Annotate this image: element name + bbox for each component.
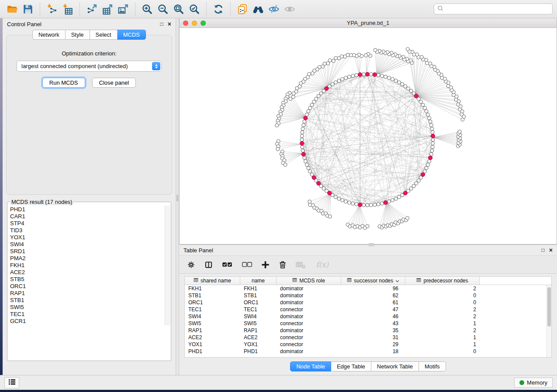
zoom-out-icon[interactable] [155,2,171,17]
horizontal-splitter-grip[interactable] [368,243,374,246]
table-row[interactable]: FKH1FKH1dominator962 [185,285,551,292]
tab-edge-table[interactable]: Edge Table [331,361,371,371]
hide-selected-icon[interactable] [266,2,282,17]
save-session-icon[interactable] [20,2,36,17]
zoom-selected-icon[interactable] [187,2,202,17]
network-graph[interactable] [180,28,557,244]
tab-motifs[interactable]: Motifs [419,361,446,371]
table-cell: 96 [341,285,405,292]
table-row[interactable]: TEC1TEC1connector472 [185,306,551,313]
mcds-result-item[interactable]: FKH1 [10,262,163,269]
tab-network[interactable]: Network [32,30,66,40]
table-cell: YOX1 [185,341,240,347]
mcds-result-item[interactable]: SWI5 [10,304,163,311]
mcds-result-item[interactable]: PMA2 [10,255,163,262]
control-panel-tabs: NetworkStyleSelectMCDS [3,30,176,40]
float-table-panel-icon[interactable]: □ [542,248,545,253]
table-cell: SWI4 [185,313,240,320]
tab-network-table[interactable]: Network Table [371,361,419,371]
mcds-result-item[interactable]: CAR1 [10,213,163,220]
delete-icon[interactable] [279,260,287,269]
select-all-icon[interactable] [222,261,232,268]
show-all-icon[interactable] [282,2,298,17]
table-row[interactable]: SWI5SWI5connector431 [185,320,551,327]
export-image-icon[interactable] [115,2,131,17]
column-header-shared-name[interactable]: shared name [185,277,240,285]
zoom-in-icon[interactable] [139,2,155,17]
mcds-result-item[interactable]: YOX1 [10,234,163,241]
minimize-window-icon[interactable] [192,21,197,26]
splitter-grip[interactable] [176,195,178,202]
mcds-result-item[interactable]: GCR1 [10,318,163,325]
toolbar-separator [230,3,231,16]
table-settings-icon[interactable] [187,261,195,269]
task-history-button[interactable] [4,377,19,389]
mcds-result-item[interactable]: ORC1 [10,283,163,290]
search-box[interactable] [434,3,553,14]
table-row[interactable]: STB1STB1dominator620 [185,292,551,299]
table-cell: TEC1 [240,306,277,313]
column-header-name[interactable]: name [240,277,277,285]
table-row[interactable]: PHD1PHD1dominator180 [185,348,551,355]
tab-mcds[interactable]: MCDS [118,30,146,40]
close-panel-button[interactable]: Close panel [92,78,136,88]
close-table-panel-icon[interactable]: × [549,247,553,253]
tab-node-table[interactable]: Node Table [290,361,331,371]
search-input[interactable] [446,6,549,12]
table-panel-tabs: Node TableEdge TableNetwork TableMotifs [290,361,446,371]
table-cell: 62 [341,292,405,299]
column-header-successor-nodes[interactable]: successor nodes [341,277,405,285]
mcds-result-item[interactable]: SWI4 [10,241,163,248]
delete-table-icon[interactable] [296,261,306,268]
mcds-result-item[interactable]: STB5 [10,276,163,283]
table-cell: connector [277,341,341,347]
zoom-fit-icon[interactable] [171,2,187,17]
find-neighbors-icon[interactable] [250,2,266,17]
import-table-icon[interactable] [60,2,76,17]
table-row[interactable]: ACE2ACE2connector311 [185,334,551,341]
open-file-icon[interactable] [4,2,20,17]
table-row[interactable]: ORC1ORC1dominator610 [185,299,551,306]
vertical-splitter[interactable] [176,18,179,375]
table-cell: dominator [277,285,341,292]
refresh-layout-icon[interactable] [211,2,226,17]
run-mcds-button[interactable]: Run MCDS [42,78,85,88]
network-canvas[interactable] [180,28,557,244]
add-icon[interactable] [261,261,270,269]
mcds-result-item[interactable]: TID3 [10,227,163,234]
function-icon[interactable]: f(x) [315,260,330,269]
close-panel-icon[interactable]: × [168,21,171,27]
export-network-icon[interactable] [84,2,100,17]
close-window-icon[interactable] [183,21,188,26]
network-from-selection-icon[interactable] [235,2,250,17]
mcds-list-scrollbar[interactable] [165,206,170,325]
table-cell: 0 [405,292,480,299]
float-panel-icon[interactable]: □ [160,21,163,27]
import-network-icon[interactable] [44,2,60,17]
deselect-all-icon[interactable] [242,261,252,268]
mcds-result-list: PHD1CAR1STP4TID3YOX1SWI4SRD1PMA2FKH1ACE2… [8,206,165,325]
criterion-dropdown[interactable]: largest connected component (undirected) [17,61,162,72]
status-bar: Memory [0,375,557,390]
mcds-result-item[interactable]: ACE2 [10,269,163,276]
mcds-result-item[interactable]: PHD1 [10,206,163,213]
mcds-result-item[interactable]: STB1 [10,297,163,304]
table-cell: STB1 [240,292,277,299]
mcds-result-item[interactable]: RAP1 [10,290,163,297]
mcds-result-item[interactable]: TEC1 [10,311,163,318]
memory-button[interactable]: Memory [514,378,553,388]
table-scrollbar-thumb[interactable] [547,287,551,327]
show-columns-icon[interactable] [204,261,213,269]
table-row[interactable]: YOX1YOX1connector291 [185,341,551,348]
table-scrollbar[interactable] [547,285,551,357]
mcds-result-item[interactable]: SRD1 [10,248,163,255]
mcds-result-item[interactable]: STP4 [10,220,163,227]
tab-style[interactable]: Style [66,30,90,40]
column-header-MCDS-role[interactable]: MCDS role [277,277,341,285]
tab-select[interactable]: Select [90,30,118,40]
column-header-predecessor-nodes[interactable]: predecessor nodes [405,277,480,285]
table-row[interactable]: SWI4SWI4dominator462 [185,313,551,320]
table-row[interactable]: RAP1RAP1dominator352 [185,327,551,334]
zoom-window-icon[interactable] [201,21,206,26]
export-table-icon[interactable] [100,2,115,17]
